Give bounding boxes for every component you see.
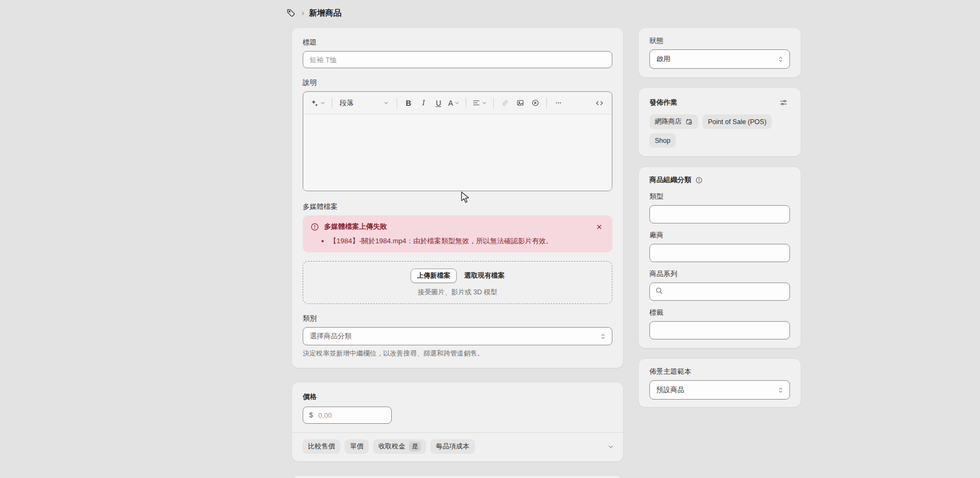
upload-new-file-button[interactable]: 上傳新檔案 (411, 269, 457, 283)
charge-tax-chip[interactable]: 收取稅金 是 (373, 439, 426, 454)
media-label: 多媒體檔案 (303, 202, 612, 212)
product-details-card: 標題 說明 段落 B I U A (292, 28, 623, 368)
select-updown-icon (599, 333, 606, 340)
breadcrumb: › 新增商品 (285, 7, 341, 19)
channel-shop-chip[interactable]: Shop (649, 133, 676, 148)
channel-online-store-chip[interactable]: 網路商店 (649, 114, 698, 129)
media-error-title: 多媒體檔案上傳失敗 (324, 222, 588, 231)
toolbar-divider (466, 98, 466, 108)
insert-video-button[interactable] (528, 96, 542, 111)
theme-template-card: 佈景主題範本 預設商品 (639, 359, 801, 407)
description-textarea[interactable] (303, 114, 612, 191)
type-input[interactable] (649, 205, 790, 223)
title-label: 標題 (303, 38, 612, 47)
chevron-down-icon (383, 100, 389, 106)
toolbar-divider (493, 98, 494, 108)
description-label: 說明 (303, 78, 612, 88)
media-error-banner: 多媒體檔案上傳失敗 【1984】-關於1984.mp4：由於檔案類型無效，所以無… (303, 215, 612, 252)
status-select-value: 啟用 (656, 54, 670, 64)
currency-prefix: $ (309, 411, 313, 419)
pricing-title: 價格 (303, 392, 612, 402)
tags-label: 標籤 (649, 308, 790, 317)
publishing-title: 發佈作業 (649, 98, 677, 107)
link-icon[interactable] (498, 96, 512, 111)
category-help-text: 決定稅率並新增中繼欄位，以改善搜尋、篩選和跨管道銷售。 (303, 349, 612, 358)
type-label: 類型 (649, 192, 790, 201)
pricing-card: 價格 $ 比較售價 單價 收取稅金 是 每品項成本 (292, 382, 623, 461)
media-error-item: 【1984】-關於1984.mp4：由於檔案類型無效，所以無法確認影片有效。 (330, 236, 605, 246)
vendor-label: 廠商 (649, 230, 790, 240)
tags-input[interactable] (649, 321, 790, 339)
chevron-down-icon[interactable] (607, 443, 615, 451)
more-options-button[interactable] (551, 96, 565, 111)
category-select[interactable]: 選擇商品分類 (303, 327, 612, 345)
chevron-down-icon (320, 100, 326, 106)
alert-circle-icon (310, 222, 319, 231)
insert-image-button[interactable] (513, 96, 527, 111)
sliders-icon[interactable] (777, 96, 790, 109)
info-icon[interactable] (695, 176, 703, 184)
underline-button[interactable]: U (432, 96, 445, 111)
cost-per-item-chip[interactable]: 每品項成本 (430, 439, 475, 454)
select-updown-icon (777, 387, 784, 394)
category-label: 類別 (303, 314, 612, 323)
paragraph-style-label: 段落 (340, 98, 354, 108)
products-tag-icon[interactable] (285, 7, 297, 19)
title-input[interactable] (303, 51, 612, 68)
theme-template-select[interactable]: 預設商品 (649, 380, 790, 400)
toolbar-divider (332, 98, 332, 108)
chevron-down-icon (481, 100, 487, 106)
editor-toolbar: 段落 B I U A (303, 92, 612, 114)
italic-button[interactable]: I (416, 96, 430, 111)
select-updown-icon (777, 56, 784, 63)
theme-template-label: 佈景主題範本 (649, 367, 790, 376)
status-label: 狀態 (649, 36, 790, 46)
toolbar-divider (546, 98, 547, 108)
bold-button[interactable]: B (401, 96, 415, 111)
charge-tax-value: 是 (409, 441, 421, 452)
side-column: 狀態 啟用 發佈作業 網路商店 Point of Sale (POS) Shop… (639, 28, 801, 418)
rich-text-editor: 段落 B I U A (303, 91, 612, 191)
page-title: 新增商品 (309, 8, 341, 18)
breadcrumb-separator: › (302, 9, 304, 18)
channel-pos-chip[interactable]: Point of Sale (POS) (703, 114, 772, 129)
chevron-down-icon (454, 100, 460, 106)
search-icon (655, 286, 663, 295)
unit-price-chip[interactable]: 單價 (345, 439, 369, 454)
paragraph-style-dropdown[interactable]: 段落 (337, 96, 392, 111)
close-icon[interactable] (593, 221, 605, 233)
main-column: 標題 說明 段落 B I U A (292, 28, 623, 478)
calendar-clock-icon (685, 118, 693, 126)
ai-sparkle-button[interactable] (309, 96, 327, 111)
alignment-button[interactable] (471, 96, 489, 111)
collections-label: 商品系列 (649, 269, 790, 279)
select-existing-file-button[interactable]: 選取現有檔案 (464, 271, 504, 280)
media-accept-hint: 接受圖片、影片或 3D 模型 (309, 288, 606, 297)
collections-search-input[interactable] (649, 283, 790, 301)
vendor-input[interactable] (649, 244, 790, 262)
theme-template-value: 預設商品 (656, 385, 684, 395)
inventory-card: 庫存 已追蹤庫存 (292, 476, 623, 478)
price-input[interactable] (303, 407, 392, 424)
media-dropzone[interactable]: 上傳新檔案 選取現有檔案 接受圖片、影片或 3D 模型 (303, 261, 612, 304)
toolbar-divider (397, 98, 397, 108)
text-color-button[interactable]: A (447, 96, 462, 111)
compare-price-chip[interactable]: 比較售價 (303, 439, 340, 454)
category-select-value: 選擇商品分類 (310, 331, 352, 341)
code-view-button[interactable] (593, 96, 606, 111)
publishing-card: 發佈作業 網路商店 Point of Sale (POS) Shop (639, 88, 801, 156)
organization-card: 商品組織分類 類型 廠商 商品系列 標籤 (639, 167, 801, 348)
status-card: 狀態 啟用 (639, 28, 801, 77)
status-select[interactable]: 啟用 (649, 49, 790, 69)
organization-title: 商品組織分類 (649, 175, 691, 185)
